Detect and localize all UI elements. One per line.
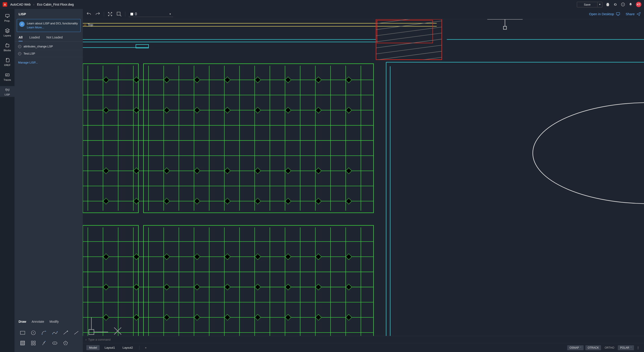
svg-rect-22	[117, 12, 120, 15]
tool-ellipse[interactable]	[50, 340, 59, 347]
tool-spline[interactable]	[50, 329, 59, 336]
svg-line-43	[371, 50, 447, 61]
tool-polygon[interactable]	[61, 340, 70, 347]
chevron-right-icon: ›	[86, 338, 86, 341]
save-dropdown-button[interactable]: ▼	[597, 2, 602, 7]
svg-point-20	[54, 343, 55, 343]
tab-draw[interactable]: Draw	[18, 320, 26, 323]
file-name[interactable]: Eco Cabin_First Floor.dwg	[37, 3, 74, 6]
tab-annotate[interactable]: Annotate	[32, 320, 44, 323]
osnap-toggle[interactable]: OSNAP˄	[567, 345, 584, 350]
layer-name: 0	[135, 12, 137, 16]
tool-line[interactable]	[72, 329, 81, 336]
tab-modify[interactable]: Modify	[50, 320, 59, 323]
layer-color-swatch	[130, 13, 133, 15]
open-in-desktop-button[interactable]: Open in Desktop	[589, 12, 620, 16]
svg-rect-50	[144, 64, 374, 213]
open-desktop-label: Open in Desktop	[589, 12, 614, 16]
layout-tab-model[interactable]: Model	[86, 345, 100, 350]
tool-arc[interactable]	[40, 329, 48, 336]
tool-point[interactable]	[40, 340, 48, 347]
command-bar[interactable]: ›	[83, 336, 644, 343]
add-layout-button[interactable]: ＋	[143, 346, 148, 350]
svg-text:f(x): f(x)	[5, 88, 10, 91]
tool-circle[interactable]	[29, 329, 38, 336]
tab-not-loaded[interactable]: Not Loaded	[46, 35, 63, 41]
layout-tab-1[interactable]: Layout1	[102, 345, 118, 350]
app-logo[interactable]: A	[3, 2, 7, 7]
viewport-label[interactable]: Top	[88, 23, 93, 27]
status-bar: Model Layout1 Layout2 ＋ OSNAP˄ OTRACK OR…	[83, 343, 644, 352]
navigation-rail: Prop. Layers Blocks XREF Traces f(x) LIS…	[0, 9, 14, 352]
svg-rect-2	[6, 14, 9, 17]
svg-point-9	[42, 334, 42, 335]
tool-polyline[interactable]	[61, 329, 70, 336]
nav-label: Blocks	[4, 49, 11, 52]
ortho-toggle[interactable]: ORTHO	[603, 345, 616, 350]
print-icon[interactable]	[606, 2, 610, 7]
draw-tool-tabs: Draw Annotate Modify	[14, 318, 83, 326]
svg-rect-16	[31, 344, 33, 345]
redo-button[interactable]	[95, 11, 101, 17]
tool-hatch[interactable]	[18, 340, 27, 347]
nav-item-layers[interactable]: Layers	[0, 27, 14, 38]
app-name[interactable]: AutoCAD Web	[10, 3, 31, 6]
layout-tab-2[interactable]: Layout2	[120, 345, 136, 350]
draw-tools	[14, 326, 83, 352]
nav-item-xref[interactable]: XREF	[0, 56, 14, 67]
info-text: Learn about LISP and DCL functionality	[27, 22, 78, 25]
drawing-svg	[83, 19, 644, 336]
svg-rect-49	[83, 64, 138, 213]
tool-array[interactable]	[29, 340, 38, 347]
share-button[interactable]: Share	[626, 12, 641, 16]
drawing-canvas[interactable]: Top	[83, 19, 644, 336]
polar-toggle[interactable]: POLAR˄	[618, 345, 634, 350]
info-card: i Learn about LISP and DCL functionality…	[17, 19, 80, 32]
command-input[interactable]	[88, 338, 641, 341]
nav-label: LISP	[5, 93, 10, 96]
remove-icon[interactable]: −	[18, 45, 21, 48]
lisp-item[interactable]: − Test.LSP	[14, 50, 83, 57]
otrack-toggle[interactable]: OTRACK	[585, 345, 601, 350]
nav-item-properties[interactable]: Prop.	[0, 12, 14, 23]
layer-dropdown[interactable]: 0 ▼	[128, 11, 173, 17]
svg-point-21	[65, 343, 66, 343]
tool-rectangle[interactable]	[18, 329, 27, 336]
svg-line-44	[371, 56, 447, 67]
remove-icon[interactable]: −	[18, 52, 21, 55]
zoom-window-button[interactable]	[116, 11, 122, 17]
separator	[125, 12, 125, 16]
tab-loaded[interactable]: Loaded	[29, 35, 40, 41]
more-icon[interactable]: ⋮	[636, 346, 640, 349]
chevron-up-icon: ˄	[630, 347, 632, 349]
canvas-toolbar: 0 ▼ Open in Desktop Share	[83, 9, 644, 19]
svg-line-40	[371, 32, 447, 42]
avatar[interactable]: KT	[636, 2, 641, 7]
osnap-label: OSNAP	[570, 346, 579, 349]
panel-title: LISP	[14, 9, 83, 19]
bell-icon[interactable]	[628, 2, 633, 7]
svg-rect-3	[6, 44, 9, 47]
traces-icon	[5, 72, 10, 78]
chevron-up-icon: ˄	[580, 347, 581, 349]
nav-label: XREF	[4, 64, 10, 66]
save-button[interactable]: Save	[577, 2, 597, 7]
svg-rect-23	[616, 12, 620, 15]
svg-rect-35	[377, 20, 433, 43]
manage-lisp-link[interactable]: Manage LISP...	[14, 59, 83, 66]
gear-icon[interactable]	[613, 2, 618, 7]
help-icon[interactable]: ?	[621, 2, 625, 7]
svg-rect-6	[20, 331, 25, 334]
save-button-group: Save ▼	[577, 2, 602, 7]
learn-more-link[interactable]: Learn More...	[27, 26, 44, 29]
undo-button[interactable]	[86, 11, 92, 17]
blocks-icon	[5, 43, 10, 48]
svg-point-11	[52, 334, 53, 334]
zoom-extents-button[interactable]	[107, 11, 113, 17]
nav-item-blocks[interactable]: Blocks	[0, 42, 14, 52]
lisp-item[interactable]: − attributes_change.LSP	[14, 43, 83, 50]
layers-icon	[5, 28, 10, 33]
nav-item-lisp[interactable]: f(x) LISP	[0, 86, 14, 97]
nav-item-traces[interactable]: Traces	[0, 71, 14, 82]
tab-all[interactable]: All	[18, 35, 22, 41]
